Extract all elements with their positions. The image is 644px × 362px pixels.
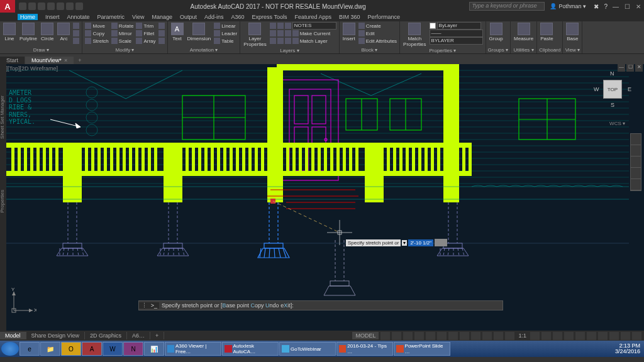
viewport-close-button[interactable]: ✕ [635, 64, 643, 72]
layout-tab-share[interactable]: Share Design View [26, 332, 85, 339]
close-tab-icon[interactable]: × [64, 57, 67, 63]
minimize-button[interactable]: — [610, 3, 621, 10]
makecurrent-button[interactable]: Make Current [269, 30, 337, 37]
taskbar-a360[interactable]: A360 Viewer | Free… [165, 342, 221, 356]
taskbar-ie-icon[interactable]: e [19, 342, 40, 356]
tab-featuredapps[interactable]: Featured Apps [294, 14, 331, 20]
leader-button[interactable]: Leader [213, 30, 238, 37]
taskbar-access-icon[interactable]: A [82, 342, 102, 356]
sheetset-palette[interactable]: Sheet Set Manager [0, 96, 5, 139]
qat-undo-icon[interactable] [66, 3, 74, 10]
layout-tab-model[interactable]: Model [0, 332, 26, 339]
status-cleanscreen-icon[interactable] [621, 332, 630, 340]
help-icon[interactable]: ? [604, 3, 608, 10]
taskbar-autocad[interactable]: Autodesk AutoCA… [222, 342, 279, 356]
drawing-area[interactable]: [-][Top][2D Wireframe] Sheet Set Manager… [0, 64, 644, 331]
tab-bim360[interactable]: BIM 360 [339, 14, 360, 20]
taskbar-powerpoint[interactable]: PowerPoint Slide … [394, 342, 450, 356]
properties-palette[interactable]: Properties [0, 190, 5, 212]
status-customize-icon[interactable] [632, 332, 641, 340]
exchange-icon[interactable]: ✖ [594, 3, 599, 10]
fillet-button[interactable]: Fillet [135, 30, 156, 37]
status-gizmo-icon[interactable] [505, 332, 514, 340]
nav-wheel-button[interactable] [631, 134, 641, 145]
viewcube-north[interactable]: N [610, 70, 614, 77]
qat-open-icon[interactable] [28, 3, 36, 10]
tab-a360[interactable]: A360 [231, 14, 245, 20]
mirror-button[interactable]: Mirror [111, 30, 135, 37]
draw-ext1[interactable] [72, 22, 80, 30]
table-button[interactable]: Table [213, 37, 238, 45]
status-workspace-icon[interactable] [541, 332, 551, 340]
dyninput-options-icon[interactable]: ▾ [402, 240, 407, 246]
tab-manage[interactable]: Manage [152, 14, 172, 20]
viewcube-west[interactable]: W [594, 86, 599, 92]
matchprops-button[interactable]: Match Properties [402, 22, 427, 48]
tab-performance[interactable]: Performance [367, 14, 400, 20]
editattr-button[interactable]: Edit Attributes [358, 37, 397, 45]
wcs-dropdown[interactable]: WCS ▾ [609, 121, 625, 126]
viewcube-face[interactable]: TOP [603, 80, 622, 99]
status-units-icon[interactable] [564, 332, 574, 340]
status-otrack-icon[interactable] [460, 332, 469, 340]
polyline-button[interactable]: Polyline [18, 22, 38, 42]
linear-button[interactable]: Linear [213, 22, 238, 30]
qat-save-icon[interactable] [38, 3, 45, 10]
measure-button[interactable]: Measure [513, 22, 535, 42]
paste-button[interactable]: Paste [539, 22, 554, 42]
copy-button[interactable]: Copy [84, 30, 109, 37]
tab-insert[interactable]: Insert [45, 14, 60, 20]
group-button[interactable]: Group [488, 22, 504, 42]
text-button[interactable]: AText [170, 22, 185, 42]
status-isolate-icon[interactable] [598, 332, 608, 340]
filetab-start[interactable]: Start [0, 57, 25, 64]
scale-button[interactable]: Scale [111, 37, 135, 45]
taskbar-onenote-icon[interactable]: N [123, 342, 143, 356]
circle-button[interactable]: Circle [40, 22, 55, 42]
status-annoscale-icon[interactable] [530, 332, 540, 340]
view-cube[interactable]: N S E W TOP [594, 70, 631, 108]
draw-ext2[interactable] [72, 30, 80, 37]
tab-view[interactable]: View [132, 14, 144, 20]
edit-button[interactable]: Edit [358, 30, 397, 37]
dyninput-angle[interactable] [435, 239, 447, 246]
new-tab-button[interactable]: + [74, 57, 85, 64]
taskbar-explorer-icon[interactable]: 📁 [40, 342, 60, 356]
insert-button[interactable]: Insert [341, 22, 357, 42]
line-button[interactable]: Line [2, 22, 17, 42]
taskbar-app7-icon[interactable]: 📊 [144, 342, 164, 356]
tab-addins[interactable]: Add-ins [204, 14, 224, 20]
move-button[interactable]: Move [84, 22, 109, 30]
status-osnap-icon[interactable] [437, 332, 447, 340]
status-3dosnap-icon[interactable] [448, 332, 458, 340]
status-annomonitor-icon[interactable] [553, 332, 562, 340]
draw-ext3[interactable] [72, 37, 80, 45]
status-grid-icon[interactable] [380, 332, 390, 340]
color-dropdown[interactable]: ByLayer [429, 22, 484, 30]
nav-orbit-button[interactable] [631, 168, 641, 179]
dimension-button[interactable]: Dimension [186, 22, 213, 42]
qat-plot-icon[interactable] [57, 3, 64, 10]
status-snap-icon[interactable] [392, 332, 401, 340]
taskbar-clock[interactable]: 2:13 PM3/24/2016 [615, 343, 644, 354]
viewcube-east[interactable]: E [628, 86, 631, 92]
user-menu[interactable]: 👤 Pothman ▾ [550, 3, 586, 9]
modify-ext3[interactable] [158, 37, 165, 45]
status-transparency-icon[interactable] [482, 332, 492, 340]
layout-tab-2d[interactable]: 2D Graphics [85, 332, 127, 339]
linetype-dropdown[interactable]: BYLAYER [429, 37, 484, 45]
tab-parametric[interactable]: Parametric [97, 14, 125, 20]
tab-annotate[interactable]: Annotate [67, 14, 90, 20]
start-button[interactable] [1, 342, 19, 356]
viewcube-south[interactable]: S [611, 102, 614, 108]
tab-output[interactable]: Output [180, 14, 197, 20]
create-button[interactable]: Create [358, 22, 397, 30]
qat-new-icon[interactable] [19, 3, 26, 10]
viewport-minimize-button[interactable]: — [618, 64, 625, 72]
status-scale[interactable]: 1:1 [516, 332, 528, 339]
close-button[interactable]: ✕ [633, 3, 644, 10]
trim-button[interactable]: Trim [135, 22, 156, 30]
filetab-active[interactable]: MountView*× [25, 57, 74, 64]
taskbar-tips[interactable]: 2016-03-24 - Tips … [336, 342, 393, 356]
commandline-handle-icon[interactable]: ⋮ [139, 302, 149, 309]
